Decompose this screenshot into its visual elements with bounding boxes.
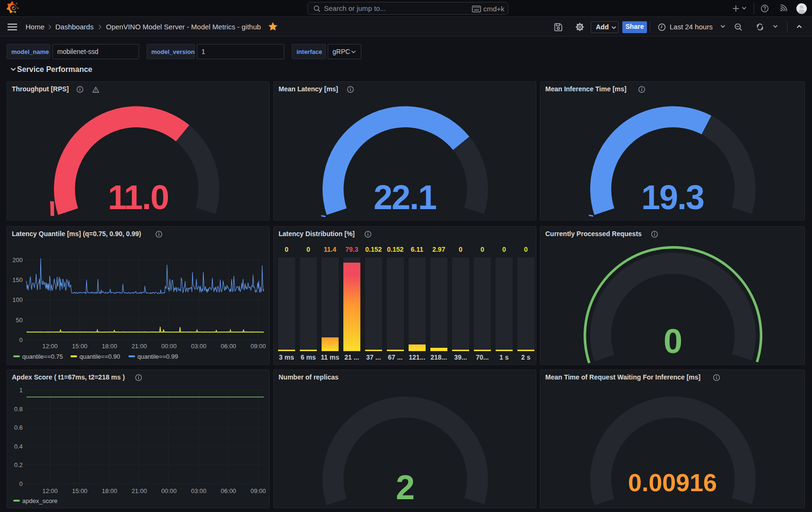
svg-text:100: 100 — [12, 296, 23, 303]
svg-text:0.2: 0.2 — [14, 461, 23, 468]
svg-text:200: 200 — [12, 256, 23, 263]
svg-text:15:00: 15:00 — [72, 343, 87, 350]
svg-text:0: 0 — [19, 336, 23, 344]
svg-text:1: 1 — [19, 387, 23, 394]
svg-text:quantile==0.99: quantile==0.99 — [138, 353, 178, 360]
svg-text:09:00: 09:00 — [251, 487, 266, 494]
svg-text:quantile==0.75: quantile==0.75 — [22, 353, 63, 360]
svg-text:21:00: 21:00 — [131, 343, 147, 350]
svg-text:03:00: 03:00 — [191, 343, 207, 350]
svg-text:12:00: 12:00 — [42, 487, 58, 494]
svg-text:09:00: 09:00 — [251, 343, 266, 350]
svg-text:50: 50 — [16, 316, 23, 323]
svg-text:00:00: 00:00 — [161, 487, 177, 494]
svg-text:06:00: 06:00 — [221, 487, 236, 494]
svg-text:21:00: 21:00 — [131, 487, 147, 494]
svg-text:06:00: 06:00 — [221, 343, 236, 350]
svg-text:12:00: 12:00 — [42, 343, 58, 350]
svg-text:0.8: 0.8 — [14, 405, 23, 412]
svg-text:quantile==0.90: quantile==0.90 — [79, 353, 120, 360]
svg-text:15:00: 15:00 — [72, 487, 87, 494]
svg-text:0: 0 — [19, 480, 23, 487]
svg-text:150: 150 — [12, 276, 23, 283]
svg-text:0.4: 0.4 — [14, 442, 23, 450]
svg-text:0.6: 0.6 — [14, 424, 23, 431]
svg-text:18:00: 18:00 — [102, 343, 117, 350]
svg-text:18:00: 18:00 — [102, 487, 117, 494]
svg-text:00:00: 00:00 — [161, 343, 177, 350]
svg-text:apdex_score: apdex_score — [22, 497, 57, 504]
svg-text:03:00: 03:00 — [191, 487, 207, 494]
